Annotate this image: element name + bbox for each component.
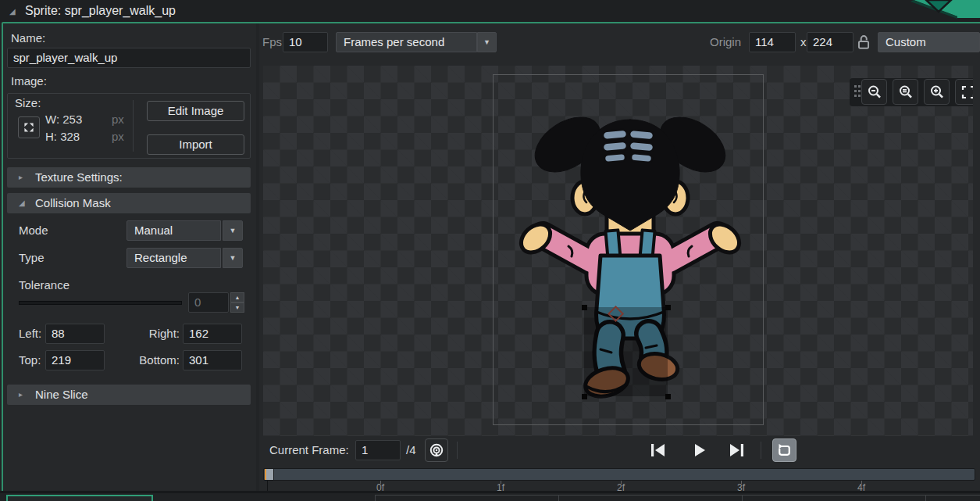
magnifier-minus-icon (867, 84, 882, 100)
type-label: Type (19, 248, 45, 268)
height-unit: px (112, 127, 124, 147)
origin-preset-dropdown[interactable]: Custom (878, 32, 980, 52)
skip-start-icon (649, 443, 666, 457)
magnifier-reset-icon (898, 84, 914, 100)
skip-end-icon (729, 443, 746, 457)
unlock-icon (855, 34, 872, 51)
onion-skin-button[interactable] (425, 438, 448, 462)
texture-settings-header-label: Texture Settings: (35, 167, 123, 188)
mask-handle-top-right[interactable] (665, 305, 671, 310)
nine-slice-header-label: Nine Slice (35, 385, 88, 405)
type-dropdown[interactable]: Rectangle (127, 248, 221, 268)
size-label: Size: (15, 95, 41, 111)
tolerance-slider[interactable] (19, 301, 182, 305)
frame-cells-border (375, 495, 980, 501)
collision-mask-header[interactable]: ◢ Collision Mask (7, 193, 251, 213)
current-frame-label: Current Frame: (269, 440, 349, 460)
current-frame-input[interactable]: 1 (355, 440, 401, 460)
name-input[interactable]: spr_player_walk_up (7, 48, 251, 68)
mode-dropdown-arrow-icon[interactable]: ▼ (223, 220, 243, 241)
mask-bottom-input[interactable]: 301 (183, 350, 242, 370)
playback-separator (457, 442, 458, 459)
frame-thumbnail-strip (0, 493, 980, 501)
size-divider (133, 100, 134, 152)
playhead-handle[interactable] (266, 469, 274, 480)
toolbar-grip-handle[interactable] (854, 85, 857, 88)
zoom-in-button[interactable] (924, 79, 950, 105)
import-button[interactable]: Import (147, 134, 244, 155)
loop-toggle-button[interactable] (772, 438, 796, 462)
fps-label: Fps (262, 32, 282, 52)
tolerance-spin-down[interactable]: ▼ (230, 302, 244, 313)
play-button[interactable] (688, 442, 711, 459)
skip-to-end-button[interactable] (725, 442, 749, 459)
mask-handle-bottom-left[interactable] (582, 394, 587, 399)
sprite-canvas[interactable] (263, 66, 973, 436)
playback-speed-dropdown[interactable]: Frames per second (336, 32, 477, 52)
onion-skin-icon (429, 442, 444, 458)
mask-top-label: Top: (19, 350, 41, 370)
frame-cell-divider (375, 495, 376, 501)
mode-dropdown[interactable]: Manual (127, 220, 221, 241)
expand-arrows-icon (23, 121, 35, 134)
origin-lock-button[interactable] (855, 34, 872, 51)
frame-cell-divider (742, 495, 743, 501)
mask-right-label: Right: (120, 324, 180, 344)
collapse-triangle-icon[interactable]: ◢ (9, 8, 16, 16)
name-label: Name: (11, 30, 45, 46)
frame-cell-divider (925, 495, 926, 501)
mask-left-input[interactable]: 88 (45, 324, 105, 344)
chevron-right-icon: ▸ (19, 167, 23, 188)
fit-corners-icon (960, 84, 974, 100)
skip-to-start-button[interactable] (646, 442, 669, 459)
fit-to-window-button[interactable] (955, 79, 973, 105)
window-titlebar: ◢ Sprite: spr_player_walk_up (0, 0, 980, 22)
window-title: Sprite: spr_player_walk_up (25, 0, 176, 22)
sprite-properties-panel: Name: spr_player_walk_up Image: Size: W:… (3, 23, 256, 492)
mask-bottom-label: Bottom: (120, 350, 180, 370)
zoom-reset-button[interactable] (893, 79, 918, 105)
mask-left-label: Left: (19, 324, 41, 344)
frame-cell-divider (558, 495, 559, 501)
resize-button[interactable] (18, 116, 40, 138)
chevron-right-icon: ▸ (19, 385, 23, 405)
mask-right-input[interactable]: 162 (183, 324, 242, 344)
mask-top-input[interactable]: 219 (45, 350, 105, 370)
nine-slice-header[interactable]: ▸ Nine Slice (7, 385, 251, 405)
height-value: H: 328 (45, 127, 80, 147)
texture-settings-header[interactable]: ▸ Texture Settings: (7, 167, 251, 188)
frame-count-suffix: /4 (406, 440, 416, 460)
tolerance-label: Tolerance (19, 275, 69, 295)
timeline-scrubber-track[interactable] (263, 468, 975, 481)
mode-label: Mode (19, 220, 48, 241)
playhead-line (267, 481, 268, 492)
playback-speed-dropdown-arrow-icon[interactable]: ▼ (477, 32, 497, 52)
origin-y-input[interactable]: 224 (807, 32, 853, 52)
zoom-out-button[interactable] (861, 79, 887, 105)
image-label: Image: (11, 73, 47, 89)
triangle-expanded-icon: ◢ (19, 193, 25, 213)
loop-separator (761, 442, 761, 459)
size-groupbox: Size: W: 253 px H: 328 px Edit Image Imp… (7, 93, 251, 159)
tolerance-value[interactable]: 0 (188, 292, 229, 313)
tolerance-spin-up[interactable]: ▲ (230, 292, 244, 302)
fps-input[interactable]: 10 (283, 32, 328, 52)
collision-mask-header-label: Collision Mask (35, 193, 111, 213)
origin-x-input[interactable]: 114 (749, 32, 796, 52)
gamemaker-logo-decoration (900, 0, 980, 22)
collision-mask-region (584, 307, 668, 396)
type-dropdown-arrow-icon[interactable]: ▼ (223, 248, 243, 268)
loop-icon (777, 443, 792, 458)
mask-handle-bottom-right[interactable] (665, 394, 671, 399)
play-icon (693, 443, 707, 457)
origin-separator: x (800, 32, 807, 52)
origin-label: Origin (710, 32, 741, 52)
magnifier-plus-icon (929, 84, 945, 100)
sprite-editor-panel: Fps 10 Frames per second ▼ Origin 114 x … (259, 23, 980, 492)
mask-handle-top-left[interactable] (582, 305, 587, 310)
edit-image-button[interactable]: Edit Image (147, 101, 244, 121)
frame-cell-selected[interactable] (6, 495, 153, 501)
